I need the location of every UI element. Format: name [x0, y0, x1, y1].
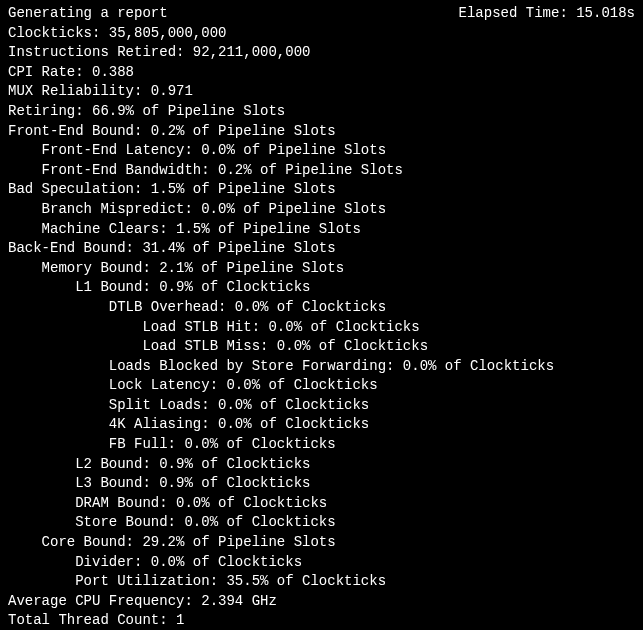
- branch-mispredict-metric: Branch Mispredict: 0.0% of Pipeline Slot…: [8, 200, 635, 220]
- instructions-retired-metric: Instructions Retired: 92,211,000,000: [8, 43, 635, 63]
- mux-reliability-metric: MUX Reliability: 0.971: [8, 82, 635, 102]
- port-utilization-metric: Port Utilization: 35.5% of Clockticks: [8, 572, 635, 592]
- back-end-bound-metric: Back-End Bound: 31.4% of Pipeline Slots: [8, 239, 635, 259]
- load-stlb-hit-metric: Load STLB Hit: 0.0% of Clockticks: [8, 318, 635, 338]
- aliasing-4k-metric: 4K Aliasing: 0.0% of Clockticks: [8, 415, 635, 435]
- divider-metric: Divider: 0.0% of Clockticks: [8, 553, 635, 573]
- elapsed-time: Elapsed Time: 15.018s: [459, 4, 635, 24]
- front-end-bound-metric: Front-End Bound: 0.2% of Pipeline Slots: [8, 122, 635, 142]
- dram-bound-metric: DRAM Bound: 0.0% of Clockticks: [8, 494, 635, 514]
- memory-bound-metric: Memory Bound: 2.1% of Pipeline Slots: [8, 259, 635, 279]
- load-stlb-miss-metric: Load STLB Miss: 0.0% of Clockticks: [8, 337, 635, 357]
- total-thread-count-metric: Total Thread Count: 1: [8, 611, 635, 630]
- report-header: Generating a report Elapsed Time: 15.018…: [8, 4, 635, 24]
- l2-bound-metric: L2 Bound: 0.9% of Clockticks: [8, 455, 635, 475]
- core-bound-metric: Core Bound: 29.2% of Pipeline Slots: [8, 533, 635, 553]
- l3-bound-metric: L3 Bound: 0.9% of Clockticks: [8, 474, 635, 494]
- cpi-rate-metric: CPI Rate: 0.388: [8, 63, 635, 83]
- machine-clears-metric: Machine Clears: 1.5% of Pipeline Slots: [8, 220, 635, 240]
- l1-bound-metric: L1 Bound: 0.9% of Clockticks: [8, 278, 635, 298]
- lock-latency-metric: Lock Latency: 0.0% of Clockticks: [8, 376, 635, 396]
- elapsed-value: 15.018s: [576, 5, 635, 21]
- avg-cpu-frequency-metric: Average CPU Frequency: 2.394 GHz: [8, 592, 635, 612]
- front-end-bandwidth-metric: Front-End Bandwidth: 0.2% of Pipeline Sl…: [8, 161, 635, 181]
- elapsed-label: Elapsed Time:: [459, 5, 568, 21]
- report-title: Generating a report: [8, 4, 168, 24]
- loads-blocked-metric: Loads Blocked by Store Forwarding: 0.0% …: [8, 357, 635, 377]
- dtlb-overhead-metric: DTLB Overhead: 0.0% of Clockticks: [8, 298, 635, 318]
- bad-speculation-metric: Bad Speculation: 1.5% of Pipeline Slots: [8, 180, 635, 200]
- retiring-metric: Retiring: 66.9% of Pipeline Slots: [8, 102, 635, 122]
- front-end-latency-metric: Front-End Latency: 0.0% of Pipeline Slot…: [8, 141, 635, 161]
- clockticks-metric: Clockticks: 35,805,000,000: [8, 24, 635, 44]
- store-bound-metric: Store Bound: 0.0% of Clockticks: [8, 513, 635, 533]
- split-loads-metric: Split Loads: 0.0% of Clockticks: [8, 396, 635, 416]
- fb-full-metric: FB Full: 0.0% of Clockticks: [8, 435, 635, 455]
